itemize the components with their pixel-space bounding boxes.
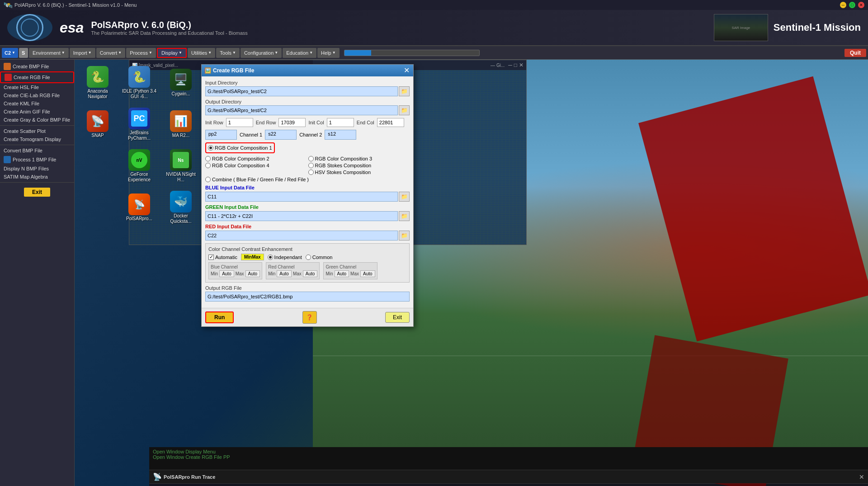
init-row-input[interactable] xyxy=(226,118,253,127)
sidebar-item-create-tomogram[interactable]: Create Tomogram Display xyxy=(0,135,74,143)
desktop-icon-snap[interactable]: 📡 SNAP xyxy=(77,104,118,145)
menu-education[interactable]: Education ▼ xyxy=(283,48,316,58)
input-directory-label: Input Directory xyxy=(205,80,410,85)
sidebar-item-convert-bmp[interactable]: Convert BMP File xyxy=(0,146,74,155)
sidebar-item-create-rgb[interactable]: Create RGB File xyxy=(0,71,74,83)
menu-environment[interactable]: Environment ▼ xyxy=(29,48,69,58)
red-max-auto[interactable]: Auto xyxy=(303,270,318,277)
green-input-field[interactable]: C11 - 2*C12r + C22I xyxy=(205,211,398,221)
desktop-icon-matlab[interactable]: 📊 MA R2... xyxy=(160,104,201,145)
radio-rgb-comp2[interactable]: RGB Color Composition 2 xyxy=(205,156,307,161)
red-input-browse[interactable]: 📁 xyxy=(399,231,410,241)
green-min-auto[interactable]: Auto xyxy=(335,270,349,277)
menu-process[interactable]: Process ▼ xyxy=(126,48,156,58)
close-button[interactable]: ✕ xyxy=(858,2,864,8)
sidebar-item-create-cie[interactable]: Create CIE-Lab RGB File xyxy=(0,91,74,99)
minmax-button[interactable]: MinMax xyxy=(241,254,264,260)
radio-rgb-comp4[interactable]: RGB Color Composition 4 xyxy=(205,163,307,168)
green-channel-ctrl: Green Channel Min Auto Max Auto xyxy=(323,262,377,279)
end-col-input[interactable] xyxy=(377,118,404,127)
menu-utilities[interactable]: Utilities ▼ xyxy=(188,48,215,58)
bg-win-close[interactable]: ✕ xyxy=(519,62,524,68)
blue-input-browse[interactable]: 📁 xyxy=(399,192,410,202)
window-title: PolARpro V. 6.0 (BiQ.) - Sentinel-1 Miss… xyxy=(14,2,137,8)
radio-rgb-comp3[interactable]: RGB Color Composition 3 xyxy=(308,156,410,161)
sidebar-item-satim[interactable]: SATIM Map Algebra xyxy=(0,173,74,181)
s-selector[interactable]: S xyxy=(19,48,28,58)
init-col-input[interactable] xyxy=(327,118,354,127)
bg-win-minimize[interactable]: ─ xyxy=(508,62,512,68)
output-rgb-field[interactable]: G:/test/PolSARpro_test/C2/RGB1.bmp xyxy=(205,292,410,302)
blue-max-auto[interactable]: Auto xyxy=(245,270,260,277)
menu-tools[interactable]: Tools ▼ xyxy=(216,48,240,58)
output-directory-browse[interactable]: 📁 xyxy=(399,105,410,115)
channel1-field[interactable]: s22 xyxy=(265,130,297,140)
desktop-icon-nsight[interactable]: Ns NVIDIA NSight H... xyxy=(160,146,201,186)
help-button[interactable]: ❓ xyxy=(302,311,317,324)
taskbar-item-d1a[interactable]: 📄 D1A Data... xyxy=(301,485,329,486)
minimize-button[interactable]: ─ xyxy=(840,2,846,8)
desktop-icon-polsarpro[interactable]: 📡 PolSARpro... xyxy=(119,187,160,228)
taskbar-item-bulk[interactable]: ⬇️ Bulk Downloa... xyxy=(153,485,189,486)
run-button[interactable]: Run xyxy=(205,311,234,323)
sidebar-item-display-n[interactable]: Display N BMP Files xyxy=(0,165,74,173)
output-directory-field[interactable]: G:/test/PolSARpro_test/C2 xyxy=(205,105,398,115)
sidebar-item-create-scatter[interactable]: Create Scatter Plot xyxy=(0,127,74,135)
exit-dialog-button[interactable]: Exit xyxy=(385,312,410,323)
desktop-icon-pycharm[interactable]: PC JetBrains PyCharm... xyxy=(119,104,160,145)
sidebar-item-create-bmp[interactable]: Create BMP File xyxy=(0,61,74,71)
maximize-button[interactable]: □ xyxy=(849,2,855,8)
quit-button[interactable]: Quit xyxy=(844,49,866,57)
taskbar-item-chrome[interactable]: Google Chrome xyxy=(228,485,264,486)
independant-radio[interactable]: Independant xyxy=(268,255,302,260)
c2-selector[interactable]: C2 ▼ xyxy=(2,48,18,58)
sidebar-item-create-kml[interactable]: Create KML File xyxy=(0,99,74,108)
sidebar-item-create-gif[interactable]: Create Anim GIF File xyxy=(0,108,74,116)
desktop-icon-geforce[interactable]: nV GeForce Experience xyxy=(119,146,160,186)
blue-min-auto[interactable]: Auto xyxy=(219,270,234,277)
taskbar-item-d3p1b[interactable]: 📄 D3P1b_Gl... xyxy=(268,485,297,486)
menu-display[interactable]: Display ▼ xyxy=(157,48,187,58)
menu-configuration[interactable]: Configuration ▼ xyxy=(241,48,282,58)
menu-help[interactable]: Help ▼ xyxy=(317,48,340,58)
sidebar-item-process1[interactable]: Process 1 BMP File xyxy=(0,155,74,165)
dialog-title-text: Create RGB File xyxy=(213,67,254,74)
menu-convert[interactable]: Convert ▼ xyxy=(96,48,125,58)
radio-hsv-stokes[interactable]: HSV Stokes Composition xyxy=(308,170,410,175)
red-input-field[interactable]: C22 xyxy=(205,231,398,241)
radio-group: RGB Color Composition 2 RGB Color Compos… xyxy=(205,156,410,175)
desktop-icon-anaconda[interactable]: 🐍 Anaconda Navigator xyxy=(77,62,118,103)
blue-input-field[interactable]: C11 xyxy=(205,192,398,202)
desktop-icon-docker[interactable]: 🐳 Docker Quicksta... xyxy=(160,187,201,228)
common-radio[interactable]: Common xyxy=(306,255,333,260)
green-input-group: GREEN Input Data File C11 - 2*C12r + C22… xyxy=(205,204,410,221)
desktop-icon-cygwin[interactable]: 🖥️ Cygwin... xyxy=(160,62,201,103)
exit-button-sidebar[interactable]: Exit xyxy=(24,188,50,197)
sidebar-item-create-gray[interactable]: Create Gray & Color BMP File xyxy=(0,116,74,124)
input-directory-field[interactable]: G:/test/PolSARpro_test/C2 xyxy=(205,86,398,96)
green-max-auto[interactable]: Auto xyxy=(360,270,375,277)
end-row-input[interactable] xyxy=(278,118,306,127)
progress-bar-fill xyxy=(344,50,372,56)
dialog-close-button[interactable]: ✕ xyxy=(403,67,410,74)
output-rgb-label: Output RGB File xyxy=(205,285,410,291)
sidebar-item-create-hsl[interactable]: Create HSL File xyxy=(0,83,74,91)
input-directory-browse[interactable]: 📁 xyxy=(399,86,410,96)
auto-checkbox[interactable]: ✓ Automatic xyxy=(208,255,237,260)
run-trace-content: Open Window Display Menu Open Window Cre… xyxy=(149,447,868,470)
desktop-icon-idle[interactable]: 🐍 IDLE (Python 3.4 GUI -6... xyxy=(119,62,160,103)
radio-rgb-comp1[interactable]: RGB Color Composition 1 xyxy=(208,145,272,151)
sentinel-title: Sentinel-1 Mission xyxy=(774,22,861,33)
radio-rgb-comp4-circle xyxy=(205,163,211,168)
channel2-field[interactable]: s12 xyxy=(325,130,356,140)
red-min-auto[interactable]: Auto xyxy=(277,270,292,277)
green-input-browse[interactable]: 📁 xyxy=(399,211,410,221)
radio-combine[interactable]: Combine ( Blue File / Green File / Red F… xyxy=(205,177,410,182)
bg-win-maximize[interactable]: □ xyxy=(514,62,517,68)
run-trace-close-button[interactable]: ✕ xyxy=(859,473,864,481)
desktop-area: 🐍 Anaconda Navigator 🐍 IDLE (Python 3.4 … xyxy=(75,60,868,486)
channel-selector[interactable]: pp2 xyxy=(205,130,237,140)
menu-import[interactable]: Import ▼ xyxy=(70,48,95,58)
radio-stokes[interactable]: RGB Stokes Composition xyxy=(308,163,410,168)
taskbar-item-filezilla[interactable]: 📁 FileZilla Client xyxy=(192,485,225,486)
